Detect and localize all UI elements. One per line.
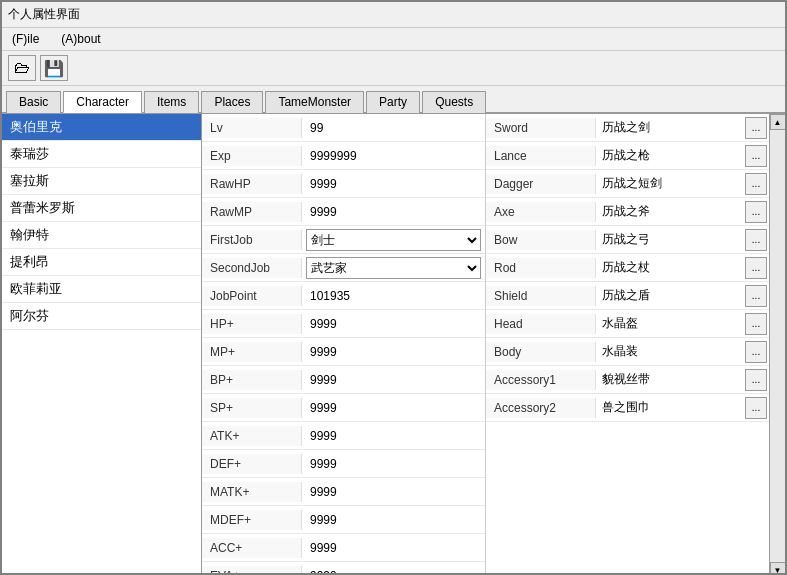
sidebar-item-欧菲莉亚[interactable]: 欧菲莉亚 — [2, 276, 201, 303]
attr-label-rawhp: RawHP — [202, 174, 302, 194]
attr-value-rawmp: 9999 — [302, 202, 485, 222]
attr-row-rawhp: RawHP9999 — [202, 170, 485, 198]
attr-row-exp: Exp9999999 — [202, 142, 485, 170]
attr-label-jobpoint: JobPoint — [202, 286, 302, 306]
attr-label-eva+: EVA+ — [202, 566, 302, 576]
equip-btn-lance[interactable]: ... — [745, 145, 767, 167]
attr-value-atk+: 9999 — [302, 426, 485, 446]
attr-row-lv: Lv99 — [202, 114, 485, 142]
sidebar: 奥伯里克泰瑞莎塞拉斯普蕾米罗斯翰伊特提利昂欧菲莉亚阿尔芬 — [2, 114, 202, 575]
attr-row-rawmp: RawMP9999 — [202, 198, 485, 226]
attr-row-acc+: ACC+9999 — [202, 534, 485, 562]
attr-value-sp+: 9999 — [302, 398, 485, 418]
attr-row-sp+: SP+9999 — [202, 394, 485, 422]
equip-label-accessory1: Accessory1 — [486, 370, 596, 390]
attr-row-bp+: BP+9999 — [202, 366, 485, 394]
equip-label-rod: Rod — [486, 258, 596, 278]
attr-select-secondjob[interactable]: 武艺家 — [306, 257, 481, 279]
tab-items[interactable]: Items — [144, 91, 199, 113]
main-content: 奥伯里克泰瑞莎塞拉斯普蕾米罗斯翰伊特提利昂欧菲莉亚阿尔芬 Lv99Exp9999… — [2, 113, 785, 575]
equip-row-rod: Rod历战之杖... — [486, 254, 769, 282]
scroll-up[interactable]: ▲ — [770, 114, 786, 130]
toolbar: 🗁 💾 — [2, 51, 785, 86]
attr-value-exp: 9999999 — [302, 146, 485, 166]
equip-value-shield: 历战之盾 — [596, 284, 745, 307]
attr-value-jobpoint: 101935 — [302, 286, 485, 306]
tab-tamemonster[interactable]: TameMonster — [265, 91, 364, 113]
equip-label-head: Head — [486, 314, 596, 334]
equip-btn-rod[interactable]: ... — [745, 257, 767, 279]
tab-party[interactable]: Party — [366, 91, 420, 113]
sidebar-item-提利昂[interactable]: 提利昂 — [2, 249, 201, 276]
menu-about[interactable]: (A)bout — [55, 30, 106, 48]
equip-value-axe: 历战之斧 — [596, 200, 745, 223]
scrollbar[interactable]: ▲ ▼ — [769, 114, 785, 575]
tab-bar: BasicCharacterItemsPlacesTameMonsterPart… — [2, 86, 785, 113]
tab-places[interactable]: Places — [201, 91, 263, 113]
scroll-track[interactable] — [770, 130, 786, 562]
sidebar-item-阿尔芬[interactable]: 阿尔芬 — [2, 303, 201, 330]
equip-value-head: 水晶盔 — [596, 312, 745, 335]
sidebar-item-泰瑞莎[interactable]: 泰瑞莎 — [2, 141, 201, 168]
sidebar-item-奥伯里克[interactable]: 奥伯里克 — [2, 114, 201, 141]
equip-btn-body[interactable]: ... — [745, 341, 767, 363]
window-title: 个人属性界面 — [8, 7, 80, 21]
equip-value-rod: 历战之杖 — [596, 256, 745, 279]
attr-select-firstjob[interactable]: 剑士 — [306, 229, 481, 251]
equip-label-bow: Bow — [486, 230, 596, 250]
attr-label-hp+: HP+ — [202, 314, 302, 334]
equip-row-shield: Shield历战之盾... — [486, 282, 769, 310]
equip-value-lance: 历战之枪 — [596, 144, 745, 167]
attr-row-hp+: HP+9999 — [202, 310, 485, 338]
attr-row-mp+: MP+9999 — [202, 338, 485, 366]
equip-row-accessory2: Accessory2兽之围巾... — [486, 394, 769, 422]
equip-row-head: Head水晶盔... — [486, 310, 769, 338]
title-bar: 个人属性界面 — [2, 2, 785, 28]
tab-character[interactable]: Character — [63, 91, 142, 113]
attr-label-acc+: ACC+ — [202, 538, 302, 558]
save-button[interactable]: 💾 — [40, 55, 68, 81]
equipment-section: Sword历战之剑...Lance历战之枪...Dagger历战之短剑...Ax… — [486, 114, 769, 575]
equip-label-body: Body — [486, 342, 596, 362]
equip-btn-accessory1[interactable]: ... — [745, 369, 767, 391]
sidebar-item-翰伊特[interactable]: 翰伊特 — [2, 222, 201, 249]
attr-row-atk+: ATK+9999 — [202, 422, 485, 450]
menu-file[interactable]: (F)ile — [6, 30, 45, 48]
attr-label-def+: DEF+ — [202, 454, 302, 474]
equip-label-dagger: Dagger — [486, 174, 596, 194]
attr-value-acc+: 9999 — [302, 538, 485, 558]
sidebar-item-塞拉斯[interactable]: 塞拉斯 — [2, 168, 201, 195]
equip-label-accessory2: Accessory2 — [486, 398, 596, 418]
equip-value-sword: 历战之剑 — [596, 116, 745, 139]
attr-value-mdef+: 9999 — [302, 510, 485, 530]
tab-basic[interactable]: Basic — [6, 91, 61, 113]
equip-btn-bow[interactable]: ... — [745, 229, 767, 251]
attr-row-mdef+: MDEF+9999 — [202, 506, 485, 534]
attr-label-matk+: MATK+ — [202, 482, 302, 502]
attr-label-secondjob: SecondJob — [202, 258, 302, 278]
save-icon: 💾 — [44, 59, 64, 78]
scroll-down[interactable]: ▼ — [770, 562, 786, 575]
equip-row-sword: Sword历战之剑... — [486, 114, 769, 142]
equip-value-bow: 历战之弓 — [596, 228, 745, 251]
equip-value-accessory1: 貌视丝带 — [596, 368, 745, 391]
equip-btn-dagger[interactable]: ... — [745, 173, 767, 195]
attr-label-atk+: ATK+ — [202, 426, 302, 446]
equip-btn-head[interactable]: ... — [745, 313, 767, 335]
attr-label-lv: Lv — [202, 118, 302, 138]
equip-btn-shield[interactable]: ... — [745, 285, 767, 307]
equip-label-shield: Shield — [486, 286, 596, 306]
attr-value-matk+: 9999 — [302, 482, 485, 502]
sidebar-item-普蕾米罗斯[interactable]: 普蕾米罗斯 — [2, 195, 201, 222]
attr-value-eva+: 9999 — [302, 566, 485, 576]
equip-btn-accessory2[interactable]: ... — [745, 397, 767, 419]
tab-quests[interactable]: Quests — [422, 91, 486, 113]
attr-row-def+: DEF+9999 — [202, 450, 485, 478]
equip-label-lance: Lance — [486, 146, 596, 166]
attr-row-secondjob: SecondJob武艺家 — [202, 254, 485, 282]
equip-btn-axe[interactable]: ... — [745, 201, 767, 223]
attr-label-firstjob: FirstJob — [202, 230, 302, 250]
open-icon: 🗁 — [14, 59, 30, 77]
open-button[interactable]: 🗁 — [8, 55, 36, 81]
equip-btn-sword[interactable]: ... — [745, 117, 767, 139]
